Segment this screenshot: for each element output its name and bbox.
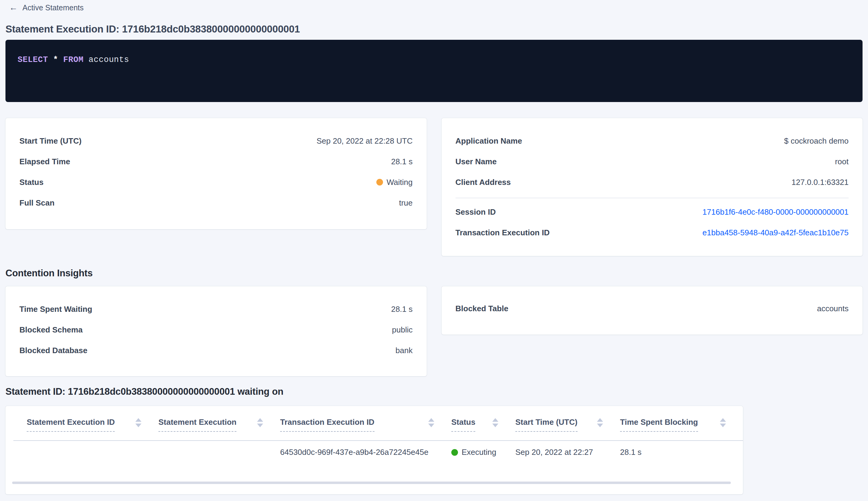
transaction-execution-id-row: Transaction Execution ID e1bba458-5948-4… (456, 227, 849, 238)
sql-keyword-from: FROM (63, 55, 84, 64)
status-label: Status (19, 178, 43, 187)
start-time-label: Start Time (UTC) (19, 136, 82, 146)
session-id-label: Session ID (456, 207, 496, 217)
cell-transaction-execution-id: 64530d0c-969f-437e-a9b4-26a72245e45e (280, 448, 451, 457)
table-header-divider (13, 440, 743, 441)
execution-details-card: Start Time (UTC) Sep 20, 2022 at 22:28 U… (6, 118, 427, 229)
column-header-status[interactable]: Status (451, 417, 516, 432)
waiting-on-table-header: Statement Execution ID Statement Executi… (6, 406, 743, 432)
cell-statement-execution-id (27, 448, 159, 457)
executing-status-dot-icon (451, 449, 458, 456)
overview-cards-row: Start Time (UTC) Sep 20, 2022 at 22:28 U… (6, 118, 862, 256)
session-id-row: Session ID 1716b1f6-4e0c-f480-0000-00000… (456, 207, 849, 217)
sort-arrows-icon (597, 418, 603, 427)
user-name-label: User Name (456, 157, 497, 167)
page-title: Statement Execution ID: 1716b218dc0b3838… (6, 23, 862, 35)
sql-keyword-select: SELECT (18, 55, 48, 64)
blocked-schema-label: Blocked Schema (19, 325, 83, 334)
application-name-label: Application Name (456, 136, 522, 146)
full-scan-row: Full Scan true (19, 198, 413, 208)
back-link-label: Active Statements (22, 3, 84, 12)
back-to-active-statements-link[interactable]: ← Active Statements (9, 2, 84, 13)
column-header-label: Statement Execution (159, 417, 236, 432)
blocked-database-label: Blocked Database (19, 346, 87, 355)
application-name-row: Application Name $ cockroach demo (456, 136, 849, 146)
transaction-execution-id-link[interactable]: e1bba458-5948-40a9-a42f-5feac1b10e75 (703, 228, 849, 237)
full-scan-value: true (399, 198, 413, 208)
elapsed-time-value: 28.1 s (391, 157, 413, 167)
column-header-transaction-execution-id[interactable]: Transaction Execution ID (280, 417, 451, 432)
waiting-on-table: Statement Execution ID Statement Executi… (6, 406, 743, 494)
full-scan-label: Full Scan (19, 198, 55, 208)
sql-statement-text: SELECT * FROM accounts (18, 55, 129, 64)
waiting-status-dot-icon (376, 179, 383, 185)
client-address-label: Client Address (456, 178, 511, 187)
client-address-value: 127.0.0.1:63321 (792, 178, 849, 187)
column-header-start-time[interactable]: Start Time (UTC) (516, 417, 620, 432)
column-header-label: Transaction Execution ID (280, 417, 375, 432)
contention-waiting-card: Time Spent Waiting 28.1 s Blocked Schema… (6, 286, 427, 376)
start-time-row: Start Time (UTC) Sep 20, 2022 at 22:28 U… (19, 136, 413, 146)
sql-statement-box: SELECT * FROM accounts (6, 40, 862, 102)
cell-start-time: Sep 20, 2022 at 22:27 (516, 448, 620, 457)
time-spent-waiting-value: 28.1 s (391, 305, 413, 314)
table-row: 64530d0c-969f-437e-a9b4-26a72245e45e Exe… (6, 432, 743, 457)
sort-arrows-icon (135, 418, 141, 427)
elapsed-time-row: Elapsed Time 28.1 s (19, 156, 413, 167)
start-time-value: Sep 20, 2022 at 22:28 UTC (316, 136, 413, 146)
cell-time-spent-blocking: 28.1 s (620, 448, 743, 457)
sql-table-name: accounts (89, 55, 129, 64)
contention-cards-row: Time Spent Waiting 28.1 s Blocked Schema… (6, 286, 862, 376)
client-address-row: Client Address 127.0.0.1:63321 (456, 177, 849, 187)
sort-arrows-icon (428, 418, 434, 427)
table-horizontal-scrollbar[interactable] (12, 482, 731, 484)
cell-statement-execution (159, 448, 280, 457)
column-header-statement-execution-id[interactable]: Statement Execution ID (27, 417, 159, 432)
cell-status: Executing (451, 448, 516, 457)
time-spent-waiting-row: Time Spent Waiting 28.1 s (19, 304, 413, 314)
time-spent-waiting-label: Time Spent Waiting (19, 305, 92, 314)
column-header-label: Start Time (UTC) (516, 417, 577, 432)
elapsed-time-label: Elapsed Time (19, 157, 70, 167)
column-header-label: Statement Execution ID (27, 417, 115, 432)
column-header-statement-execution[interactable]: Statement Execution (159, 417, 280, 432)
status-value: Waiting (376, 178, 413, 187)
sql-star: * (53, 55, 58, 64)
user-name-value: root (835, 157, 849, 167)
transaction-execution-id-label: Transaction Execution ID (456, 228, 550, 237)
blocked-table-label: Blocked Table (456, 304, 508, 313)
session-card-divider (456, 198, 849, 198)
sort-arrows-icon (257, 418, 263, 427)
column-header-time-spent-blocking[interactable]: Time Spent Blocking (620, 417, 743, 432)
blocked-table-card: Blocked Table accounts (442, 286, 863, 334)
session-details-card: Application Name $ cockroach demo User N… (442, 118, 863, 256)
blocked-table-row: Blocked Table accounts (456, 303, 849, 314)
blocked-database-row: Blocked Database bank (19, 345, 413, 355)
blocked-schema-row: Blocked Schema public (19, 324, 413, 335)
user-name-row: User Name root (456, 156, 849, 167)
status-row: Status Waiting (19, 177, 413, 187)
blocked-schema-value: public (392, 325, 413, 334)
blocked-database-value: bank (395, 346, 412, 355)
sort-arrows-icon (720, 418, 726, 427)
status-value-text: Waiting (387, 178, 413, 187)
waiting-on-heading: Statement ID: 1716b218dc0b38380000000000… (6, 386, 862, 397)
column-header-label: Time Spent Blocking (620, 417, 698, 432)
application-name-value: $ cockroach demo (784, 136, 849, 146)
contention-insights-heading: Contention Insights (6, 267, 862, 279)
cell-status-text: Executing (462, 448, 496, 457)
blocked-table-value: accounts (817, 304, 849, 313)
column-header-label: Status (451, 417, 475, 432)
session-id-link[interactable]: 1716b1f6-4e0c-f480-0000-000000000001 (703, 207, 849, 217)
sort-arrows-icon (492, 418, 498, 427)
arrow-left-icon: ← (9, 3, 18, 12)
